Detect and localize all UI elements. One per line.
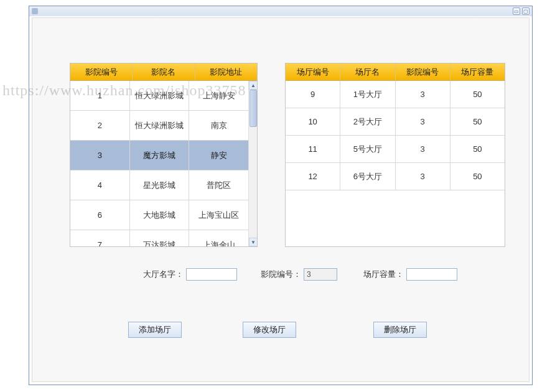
table-cell: 4 [70, 170, 130, 200]
table-cell: 星光影城 [130, 170, 190, 200]
table-cell: 魔方影城 [130, 141, 190, 170]
hall-th-cinema[interactable]: 影院编号 [396, 63, 450, 80]
table-cell: 50 [450, 136, 505, 162]
table-cell: 9 [286, 81, 340, 108]
table-cell: 上海静安 [189, 81, 248, 110]
table-cell: 3 [396, 136, 450, 162]
hall-name-input[interactable] [186, 268, 237, 281]
cinema-table-header: 影院编号 影院名 影院地址 [70, 63, 257, 81]
table-cell: 50 [450, 163, 505, 190]
hall-name-label: 大厅名字： [143, 269, 184, 280]
table-cell: 3 [396, 81, 450, 108]
window-titlebar: ▭ ▢ [29, 6, 532, 16]
table-row[interactable]: 91号大厅350 [286, 81, 505, 108]
table-cell: 1 [70, 81, 130, 110]
table-cell: 上海金山 [189, 230, 248, 246]
table-cell: 6号大厅 [340, 163, 395, 190]
table-cell: 50 [450, 81, 505, 108]
table-cell: 3 [396, 108, 450, 135]
delete-hall-button[interactable]: 删除场厅 [373, 322, 427, 338]
cinema-scrollbar[interactable]: ▲ ▼ [248, 81, 257, 246]
table-cell: 恒大绿洲影城 [130, 81, 190, 110]
scroll-down-icon[interactable]: ▼ [249, 238, 257, 246]
hall-table-header: 场厅编号 场厅名 影院编号 场厅容量 [286, 63, 505, 81]
add-hall-button[interactable]: 添加场厅 [128, 322, 182, 338]
table-cell: 1号大厅 [340, 81, 395, 108]
table-cell: 万达影城 [130, 230, 190, 246]
cinema-th-name[interactable]: 影院名 [133, 63, 195, 80]
table-row[interactable]: 6大地影城上海宝山区 [70, 200, 248, 230]
table-row[interactable]: 126号大厅350 [286, 163, 505, 190]
table-cell: 12 [286, 163, 340, 190]
edit-hall-button[interactable]: 修改场厅 [243, 322, 296, 338]
hall-table-body: 91号大厅350102号大厅350115号大厅350126号大厅350 [286, 81, 505, 246]
scrollbar-thumb[interactable] [250, 90, 257, 127]
hall-table: 场厅编号 场厅名 影院编号 场厅容量 91号大厅350102号大厅350115号… [285, 63, 505, 247]
table-cell: 静安 [189, 141, 248, 170]
scroll-up-icon[interactable]: ▲ [249, 81, 257, 90]
hall-th-id[interactable]: 场厅编号 [286, 63, 340, 80]
app-window: ▭ ▢ 影院编号 影院名 影院地址 1恒大绿洲影城上海静安2恒大绿洲影城南京3魔… [29, 6, 533, 385]
table-cell: 3 [70, 141, 130, 170]
table-cell: 10 [286, 108, 340, 135]
window-maximize-icon[interactable]: ▢ [522, 7, 530, 15]
table-cell: 大地影城 [130, 200, 190, 230]
table-cell: 2 [70, 111, 130, 140]
button-row: 添加场厅 修改场厅 删除场厅 [32, 322, 529, 338]
form-row: 大厅名字： 影院编号： 场厅容量： [32, 268, 529, 281]
table-cell: 6 [70, 200, 130, 230]
capacity-input[interactable] [406, 268, 457, 281]
cinema-id-label: 影院编号： [261, 269, 301, 280]
cinema-table: 影院编号 影院名 影院地址 1恒大绿洲影城上海静安2恒大绿洲影城南京3魔方影城静… [70, 63, 258, 247]
table-cell: 普陀区 [189, 170, 248, 200]
table-row[interactable]: 3魔方影城静安 [70, 141, 248, 170]
table-cell: 南京 [189, 111, 248, 140]
table-row[interactable]: 4星光影城普陀区 [70, 170, 248, 200]
cinema-id-input [304, 268, 337, 281]
table-row[interactable]: 7万达影城上海金山 [70, 230, 248, 246]
window-sysmenu-icon[interactable] [32, 8, 38, 14]
table-cell: 5号大厅 [340, 136, 395, 162]
table-cell: 上海宝山区 [189, 200, 248, 230]
hall-th-cap[interactable]: 场厅容量 [450, 63, 505, 80]
table-row[interactable]: 102号大厅350 [286, 108, 505, 136]
cinema-th-addr[interactable]: 影院地址 [195, 63, 257, 80]
window-minimize-icon[interactable]: ▭ [513, 7, 520, 15]
hall-th-name[interactable]: 场厅名 [340, 63, 395, 80]
table-row[interactable]: 2恒大绿洲影城南京 [70, 111, 248, 141]
capacity-label: 场厅容量： [363, 269, 404, 280]
client-area: 影院编号 影院名 影院地址 1恒大绿洲影城上海静安2恒大绿洲影城南京3魔方影城静… [32, 17, 530, 382]
cinema-th-id[interactable]: 影院编号 [70, 63, 133, 80]
table-cell: 3 [396, 163, 450, 190]
table-cell: 恒大绿洲影城 [130, 111, 190, 140]
table-row[interactable]: 1恒大绿洲影城上海静安 [70, 81, 248, 111]
table-cell: 11 [286, 136, 340, 162]
table-cell: 7 [70, 230, 130, 246]
cinema-table-body: 1恒大绿洲影城上海静安2恒大绿洲影城南京3魔方影城静安4星光影城普陀区6大地影城… [70, 81, 248, 246]
table-cell: 2号大厅 [340, 108, 395, 135]
table-cell: 50 [450, 108, 505, 135]
table-row[interactable]: 115号大厅350 [286, 136, 505, 163]
